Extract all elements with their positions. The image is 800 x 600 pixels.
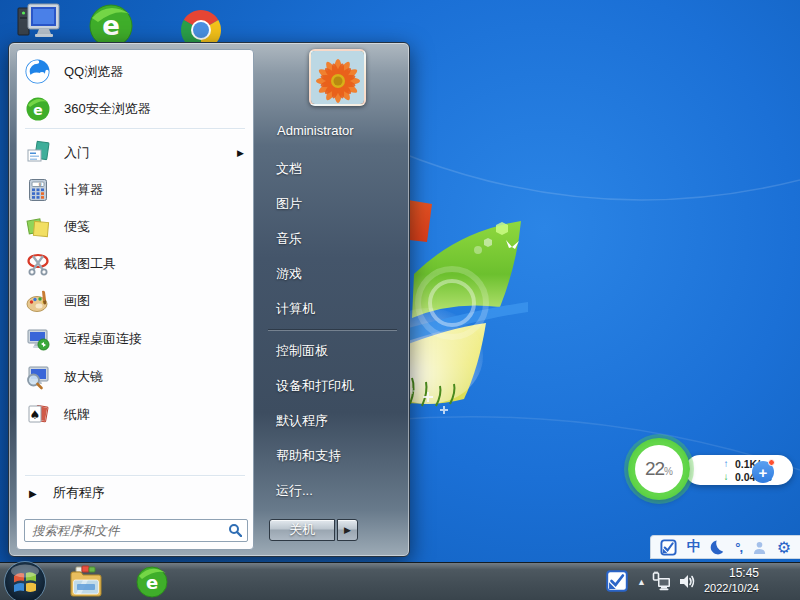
menu-item-pictures[interactable]: 图片: [254, 186, 411, 221]
desktop-wallpaper: e: [0, 0, 800, 600]
taskbar: e ▲: [0, 562, 800, 600]
menu-item-label: 画图: [64, 292, 90, 310]
menu-item-label: 放大镜: [64, 368, 103, 386]
start-menu-right-panel: Administrator 文档 图片 音乐 游戏 计算机 控制面板 设备和打印…: [254, 43, 411, 556]
qq-browser-icon: [24, 58, 51, 85]
upload-arrow-icon: ↑: [721, 458, 731, 469]
memory-percent: 22: [645, 458, 664, 480]
volume-tray-icon[interactable]: [678, 572, 697, 595]
menu-item-default-programs[interactable]: 默认程序: [254, 403, 411, 438]
punctuation-icon[interactable]: °,: [735, 540, 742, 555]
menu-item-control-panel[interactable]: 控制面板: [254, 333, 411, 368]
network-tray-icon[interactable]: [652, 571, 672, 595]
menu-item-magnifier[interactable]: 放大镜: [17, 358, 253, 395]
paint-icon: [24, 287, 51, 314]
menu-item-qq-browser[interactable]: QQ浏览器: [17, 53, 253, 90]
menu-item-label: 便笺: [64, 218, 90, 236]
menu-item-music[interactable]: 音乐: [254, 221, 411, 256]
start-menu-left-panel: QQ浏览器 e 360安全浏览器: [16, 49, 254, 550]
search-input[interactable]: [24, 519, 248, 542]
ime-settings-gear-icon[interactable]: ⚙: [777, 538, 791, 557]
menu-item-remote-desktop[interactable]: 远程桌面连接: [17, 320, 253, 357]
right-items-group2: 控制面板 设备和打印机 默认程序 帮助和支持 运行...: [254, 333, 411, 508]
svg-text:e: e: [102, 11, 120, 41]
pinned-separator: [25, 128, 245, 129]
username-item[interactable]: Administrator: [277, 123, 354, 138]
tray-ime-status-icon[interactable]: [606, 570, 628, 596]
ime-mode-chinese[interactable]: 中: [687, 538, 701, 556]
magnifier-icon: [24, 363, 51, 390]
tray-date: 2022/10/24: [703, 581, 759, 596]
snipping-tool-icon: [24, 250, 51, 277]
search-icon[interactable]: [228, 523, 242, 541]
all-programs-separator: [25, 475, 245, 476]
moon-icon[interactable]: [710, 540, 725, 555]
right-items-group1: 文档 图片 音乐 游戏 计算机: [254, 151, 411, 326]
menu-item-sticky-notes[interactable]: 便笺: [17, 208, 253, 245]
calculator-icon: 0: [24, 176, 51, 203]
menu-item-label: 纸牌: [64, 406, 90, 424]
menu-item-run[interactable]: 运行...: [254, 473, 411, 508]
start-search: [24, 519, 248, 542]
menu-item-computer[interactable]: 计算机: [254, 291, 411, 326]
shutdown-arrow-icon: ▶: [344, 525, 351, 535]
menu-item-calculator[interactable]: 0 计算器: [17, 171, 253, 208]
menu-item-360-browser[interactable]: e 360安全浏览器: [17, 90, 253, 127]
menu-item-label: 截图工具: [64, 255, 116, 273]
start-menu: QQ浏览器 e 360安全浏览器: [8, 42, 410, 557]
menu-item-documents[interactable]: 文档: [254, 151, 411, 186]
menu-item-label: 计算器: [64, 181, 103, 199]
shutdown-button[interactable]: 关机: [269, 519, 335, 541]
360-browser-taskbar-icon[interactable]: e: [134, 565, 170, 600]
right-panel-separator: [268, 330, 397, 331]
svg-text:0: 0: [38, 181, 41, 186]
all-programs-arrow-icon: ▶: [29, 488, 37, 499]
net-speed-widget: ↑ 0.1K/s ↓ 0.04K/s + 22%: [626, 436, 796, 502]
menu-item-paint[interactable]: 画图: [17, 282, 253, 319]
all-programs-button[interactable]: ▶ 所有程序: [17, 480, 253, 506]
notification-dot: [768, 459, 775, 466]
menu-item-label: 远程桌面连接: [64, 330, 142, 348]
shutdown-controls: 关机 ▶: [269, 519, 358, 541]
flower-avatar-image: [311, 51, 364, 104]
memory-ball[interactable]: 22%: [628, 438, 690, 500]
menu-item-solitaire[interactable]: ♠ 纸牌: [17, 396, 253, 433]
menu-item-label: 360安全浏览器: [64, 100, 151, 118]
net-speed-pill: ↑ 0.1K/s ↓ 0.04K/s: [685, 455, 793, 485]
menu-item-label: QQ浏览器: [64, 63, 123, 81]
svg-text:e: e: [33, 101, 43, 117]
menu-item-help-support[interactable]: 帮助和支持: [254, 438, 411, 473]
svg-text:♠: ♠: [29, 408, 40, 422]
sticky-notes-icon: [24, 213, 51, 240]
tray-time: 15:45: [703, 566, 759, 581]
solitaire-icon: ♠: [24, 401, 51, 428]
360-browser-icon: e: [24, 95, 51, 122]
download-arrow-icon: ↓: [721, 471, 731, 482]
menu-item-devices-printers[interactable]: 设备和打印机: [254, 368, 411, 403]
explorer-taskbar-icon[interactable]: [68, 565, 104, 600]
user-avatar[interactable]: [309, 49, 366, 106]
show-hidden-icons-button[interactable]: ▲: [637, 577, 646, 587]
all-programs-label: 所有程序: [53, 484, 105, 502]
menu-item-snipping-tool[interactable]: 截图工具: [17, 245, 253, 282]
remote-desktop-icon: [24, 325, 51, 352]
user-mode-icon[interactable]: [752, 540, 767, 555]
svg-text:e: e: [146, 572, 158, 593]
getting-started-icon: [24, 139, 51, 166]
tray-clock[interactable]: 15:45 2022/10/24: [703, 566, 759, 596]
menu-item-label: 入门: [64, 144, 90, 162]
shutdown-options-button[interactable]: ▶: [337, 519, 358, 541]
menu-item-getting-started[interactable]: 入门 ▶: [17, 134, 253, 171]
menu-item-games[interactable]: 游戏: [254, 256, 411, 291]
submenu-arrow-icon: ▶: [237, 148, 244, 158]
ime-logo-icon[interactable]: [660, 539, 677, 556]
ime-language-bar: 中 °, ⚙: [650, 535, 800, 559]
start-button[interactable]: [3, 560, 47, 600]
